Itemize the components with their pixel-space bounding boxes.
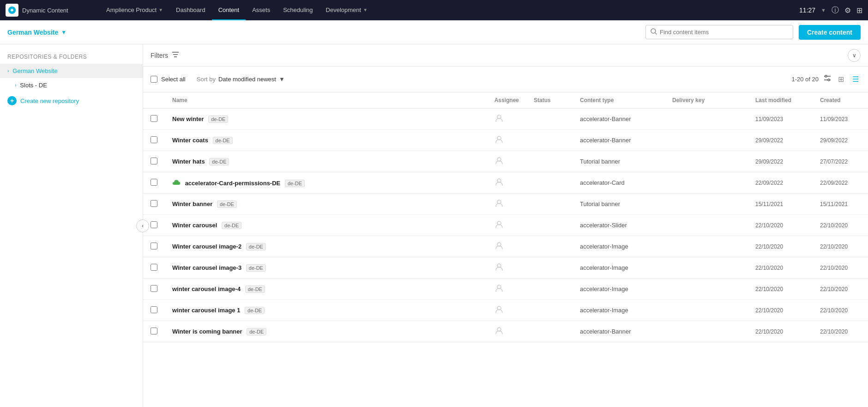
row-name-cell[interactable]: Winter coats de-DE <box>165 130 487 151</box>
row-assignee-cell <box>487 236 526 257</box>
list-view-icon[interactable]: ☰ <box>850 73 861 85</box>
row-content-type: accelerator-Card <box>580 179 625 186</box>
row-checkbox-4[interactable] <box>151 200 157 207</box>
row-checkbox-cell[interactable] <box>143 279 165 300</box>
row-name-cell[interactable]: New winter de-DE <box>165 109 487 130</box>
row-created-cell: 15/11/2021 <box>813 194 868 215</box>
row-checkbox-cell[interactable] <box>143 194 165 215</box>
row-checkbox-cell[interactable] <box>143 300 165 321</box>
row-created: 22/10/2020 <box>820 243 848 250</box>
search-icon <box>651 28 657 36</box>
sort-wrap: Sort by Date modified newest ▼ <box>197 76 285 83</box>
row-name-cell[interactable]: winter carousel image 1 de-DE <box>165 300 487 321</box>
workspace-selector[interactable]: German Website ▼ <box>7 29 66 36</box>
row-last-modified-cell: 29/09/2022 <box>748 151 813 172</box>
row-name-cell[interactable]: Winter hats de-DE <box>165 151 487 172</box>
nav-scheduling[interactable]: Scheduling <box>277 0 319 20</box>
row-checkbox-10[interactable] <box>151 328 157 334</box>
nav-right: 11:27 ▼ ⓘ ⚙ ⊞ <box>799 6 862 15</box>
help-icon[interactable]: ⓘ <box>832 6 839 15</box>
assignee-icon <box>494 136 504 146</box>
nav-amplience-product[interactable]: Amplience Product ▼ <box>100 0 169 20</box>
row-name-cell[interactable]: winter carousel image-4 de-DE <box>165 279 487 300</box>
row-checkbox-0[interactable] <box>151 115 157 122</box>
search-bar[interactable] <box>645 25 793 39</box>
select-all-label: Select all <box>161 76 186 83</box>
tune-icon[interactable] <box>823 74 832 85</box>
row-name-cell[interactable]: accelerator-Card-permissions-DE de-DE <box>165 172 487 194</box>
time-dropdown-icon[interactable]: ▼ <box>821 7 826 13</box>
th-content-type: Content type <box>573 92 665 109</box>
filter-icon[interactable] <box>172 51 179 60</box>
row-name-cell[interactable]: Winter banner de-DE <box>165 194 487 215</box>
create-new-repository[interactable]: + Create new repository <box>0 92 143 109</box>
row-content-type: accelerator-Banner <box>580 328 631 335</box>
row-checkbox-cell[interactable] <box>143 321 165 342</box>
toolbar-right: 1-20 of 20 ⊞ ☰ <box>791 73 861 85</box>
row-checkbox-6[interactable] <box>151 243 157 249</box>
row-checkbox-5[interactable] <box>151 221 157 228</box>
grid-view-icon[interactable]: ⊞ <box>836 73 846 85</box>
row-created: 11/09/2023 <box>820 116 848 122</box>
main-layout: Repositories & folders › German Website … <box>0 44 868 407</box>
nav-content[interactable]: Content <box>212 0 246 20</box>
row-checkbox-cell[interactable] <box>143 236 165 257</box>
row-delivery-key-cell <box>665 279 748 300</box>
app-logo[interactable] <box>6 4 18 17</box>
row-checkbox-8[interactable] <box>151 285 157 292</box>
collapse-sidebar-button[interactable]: ‹ <box>136 219 149 232</box>
row-name-cell[interactable]: Winter carousel image-2 de-DE <box>165 236 487 257</box>
row-checkbox-9[interactable] <box>151 306 157 313</box>
search-input[interactable] <box>660 29 788 36</box>
nav-dashboard[interactable]: Dashboard <box>169 0 212 20</box>
row-delivery-key-cell <box>665 215 748 236</box>
row-checkbox-2[interactable] <box>151 158 157 164</box>
svg-point-7 <box>825 75 827 77</box>
row-checkbox-1[interactable] <box>151 136 157 143</box>
row-name-cell[interactable]: Winter carousel image-3 de-DE <box>165 257 487 279</box>
row-delivery-key-cell <box>665 257 748 279</box>
row-checkbox-cell[interactable] <box>143 151 165 172</box>
table-row: Winter carousel image-2 de-DE accelerato… <box>143 236 868 257</box>
row-delivery-key-cell <box>665 151 748 172</box>
sidebar-item-slots-de[interactable]: › Slots - DE <box>0 78 143 92</box>
locale-badge: de-DE <box>245 286 265 293</box>
row-last-modified: 22/10/2020 <box>755 307 783 314</box>
row-checkbox-cell[interactable] <box>143 172 165 194</box>
row-created: 22/09/2022 <box>820 180 848 186</box>
nav-assets[interactable]: Assets <box>246 0 277 20</box>
row-content-type-cell: accelerator-Slider <box>573 215 665 236</box>
select-all-checkbox-wrap[interactable]: Select all <box>151 76 186 83</box>
row-checkbox-3[interactable] <box>151 179 157 186</box>
row-last-modified: 22/10/2020 <box>755 286 783 292</box>
row-name-cell[interactable]: Winter is coming banner de-DE <box>165 321 487 342</box>
row-content-type: accelerator-Image <box>580 307 628 314</box>
row-content-type-cell: Tutorial banner <box>573 194 665 215</box>
sort-dropdown-button[interactable]: ▼ <box>279 76 285 83</box>
sort-value: Date modified newest <box>218 76 276 83</box>
svg-line-2 <box>655 33 657 34</box>
row-name-cell[interactable]: Winter carousel de-DE <box>165 215 487 236</box>
row-checkbox-7[interactable] <box>151 264 157 271</box>
row-checkbox-cell[interactable] <box>143 109 165 130</box>
row-created-cell: 22/10/2020 <box>813 321 868 342</box>
row-status-cell <box>526 172 573 194</box>
sidebar-item-label-slots: Slots - DE <box>20 82 47 89</box>
scroll-chevron[interactable]: ∨ <box>848 49 861 62</box>
sidebar-item-german-website[interactable]: › German Website <box>0 64 143 78</box>
th-delivery-key: Delivery key <box>665 92 748 109</box>
nav-development[interactable]: Development ▼ <box>319 0 374 20</box>
row-status-cell <box>526 300 573 321</box>
row-status-cell <box>526 236 573 257</box>
create-content-button[interactable]: Create content <box>799 25 861 40</box>
filter-bar: Filters ∨ <box>143 44 868 67</box>
row-last-modified: 22/10/2020 <box>755 243 783 250</box>
select-all-checkbox[interactable] <box>151 76 157 83</box>
row-checkbox-cell[interactable] <box>143 130 165 151</box>
row-checkbox-cell[interactable] <box>143 257 165 279</box>
grid-apps-icon[interactable]: ⊞ <box>856 6 862 15</box>
locale-badge: de-DE <box>213 137 233 144</box>
locale-badge: de-DE <box>217 200 237 208</box>
content-table: Name Assignee Status Content type Delive… <box>143 92 868 342</box>
settings-icon[interactable]: ⚙ <box>844 6 851 15</box>
